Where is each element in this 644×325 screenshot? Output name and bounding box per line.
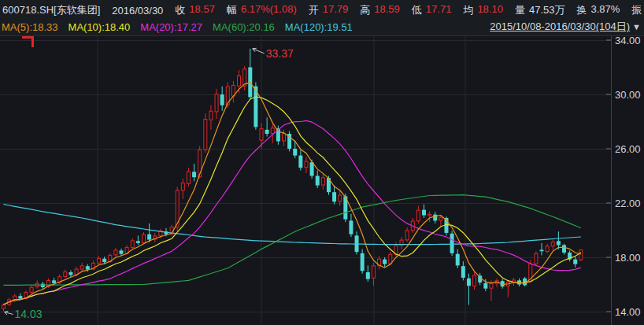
quote-field-幅: 幅6.17%(1.08) bbox=[227, 3, 297, 17]
quote-field-高: 高18.59 bbox=[360, 3, 400, 17]
quote-field-低: 低17.71 bbox=[412, 3, 452, 17]
y-axis-tick-label: 14.00 bbox=[615, 306, 641, 318]
quote-field-振: 振 bbox=[631, 3, 644, 17]
drawing-marker-icon bbox=[22, 36, 34, 47]
annotation-low-label: 14.03 bbox=[15, 308, 43, 320]
candles-layer bbox=[2, 49, 583, 312]
ma60-line bbox=[4, 195, 581, 286]
quote-field-开: 开17.79 bbox=[309, 3, 349, 17]
ma20-line bbox=[4, 120, 581, 305]
quote-field-均: 均18.10 bbox=[463, 3, 503, 17]
annotation-high-label: 33.37 bbox=[266, 47, 294, 60]
ma10-line bbox=[4, 97, 581, 305]
quote-fields: 收18.57幅6.17%(1.08)开17.79高18.59低17.71均18.… bbox=[175, 3, 644, 17]
y-axis-tick-label: 22.00 bbox=[615, 198, 641, 209]
ma-lines-layer bbox=[4, 83, 581, 305]
quote-field-换: 换3.87% bbox=[576, 3, 620, 17]
chart-canvas[interactable]: 33.3714.0334.0030.0026.0022.0018.0014.00 bbox=[0, 36, 644, 325]
chevron-down-icon[interactable]: ▼ bbox=[632, 23, 641, 31]
quote-date: 2016/03/30 bbox=[112, 5, 163, 17]
y-axis-tick-label: 26.00 bbox=[615, 143, 641, 155]
y-axis-tick-label: 30.00 bbox=[615, 89, 641, 101]
symbol-label: 600718.SH[东软集团] bbox=[2, 3, 100, 17]
quote-field-收: 收18.57 bbox=[175, 3, 215, 17]
ma-labels: MA(5):18.33MA(10):18.40MA(20):17.27MA(60… bbox=[2, 21, 353, 33]
ma-label: MA(120):19.51 bbox=[285, 21, 353, 33]
date-range-selector[interactable]: 2015/10/08-2016/03/30(104日) ▼ bbox=[490, 20, 641, 34]
ma-label: MA(20):17.27 bbox=[140, 21, 202, 33]
quote-row: 600718.SH[东软集团] 2016/03/30 收18.57幅6.17%(… bbox=[0, 0, 644, 19]
ma5-line bbox=[4, 83, 581, 305]
y-axis-tick-label: 18.00 bbox=[615, 252, 641, 264]
ma-label: MA(5):18.33 bbox=[2, 21, 58, 33]
y-axis-tick-label: 34.00 bbox=[615, 36, 641, 46]
candlestick-chart[interactable]: 33.3714.0334.0030.0026.0022.0018.0014.00 bbox=[0, 35, 644, 325]
quote-header: 600718.SH[东软集团] 2016/03/30 收18.57幅6.17%(… bbox=[0, 0, 644, 35]
ma-label: MA(60):20.16 bbox=[213, 21, 275, 33]
ma-label: MA(10):18.40 bbox=[68, 21, 131, 33]
ma-row: MA(5):18.33MA(10):18.40MA(20):17.27MA(60… bbox=[0, 19, 644, 35]
ma120-line bbox=[4, 205, 581, 245]
date-range-label[interactable]: 2015/10/08-2016/03/30(104日) bbox=[490, 20, 630, 34]
quote-field-量: 量47.53万 bbox=[515, 3, 565, 17]
